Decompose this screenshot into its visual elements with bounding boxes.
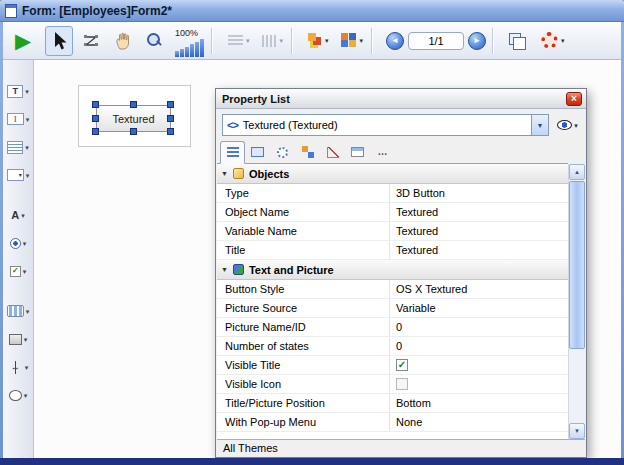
property-name: Object Name [217,203,389,221]
prev-page-button[interactable]: ◄ [386,32,404,50]
property-row[interactable]: Number of states0 [217,337,568,356]
chevron-down-icon[interactable]: ▾ [25,88,29,95]
page-indicator[interactable]: 1/1 [408,32,464,50]
run-form-button[interactable]: ▶ [9,26,37,56]
collapse-triangle-icon[interactable]: ▼ [221,266,228,273]
property-value[interactable]: 0 [389,337,568,355]
property-tab-more[interactable]: … [370,141,395,163]
tool-label[interactable]: A▾ [11,206,24,224]
visibility-menu-button[interactable]: ▾ [553,115,582,135]
scroll-down-button[interactable]: ▼ [569,423,585,439]
chevron-down-icon[interactable]: ▾ [25,364,29,371]
align-menu-button[interactable]: ▾ [226,27,252,55]
tool-input[interactable]: I▾ [7,110,30,128]
zigzag-tool-button[interactable] [77,26,105,56]
object-selector-combo[interactable]: <> Textured (Textured) ▼ [222,114,549,136]
chevron-down-icon[interactable]: ▾ [26,308,30,315]
property-list-titlebar[interactable]: Property List × [216,89,586,109]
property-tab-monitor[interactable] [345,141,370,163]
tool-radio-button[interactable]: ▾ [10,234,27,252]
property-row[interactable]: Button StyleOS X Textured [217,280,568,299]
section-header-text-picture[interactable]: ▼Text and Picture [217,260,568,280]
property-tab-chart[interactable] [320,141,345,163]
property-row[interactable]: Visible Icon [217,375,568,394]
tool-combo-box[interactable]: ▾▾ [7,166,30,184]
chevron-down-icon[interactable]: ▾ [26,116,30,123]
property-tab-nodes[interactable] [295,141,320,163]
property-value[interactable]: Bottom [389,394,568,412]
property-row[interactable]: Variable NameTextured [217,222,568,241]
property-row[interactable]: Object NameTextured [217,203,568,222]
selection-handle[interactable] [130,128,137,135]
property-list-title: Property List [222,93,566,105]
property-value[interactable]: Textured [389,222,568,240]
property-tab-list[interactable] [220,141,245,164]
chevron-down-icon[interactable]: ▾ [26,172,30,179]
property-row[interactable]: Type3D Button [217,184,568,203]
property-scrollbar[interactable]: ▲ ▼ [568,164,585,439]
checkbox-unchecked-icon[interactable] [396,378,408,390]
settings-menu-button[interactable]: ▾ [539,27,567,55]
chevron-down-icon[interactable]: ▾ [25,144,29,151]
property-value[interactable]: 3D Button [389,184,568,202]
property-row[interactable]: TitleTextured [217,241,568,260]
tool-splitter[interactable]: ↔▾ [8,358,29,376]
property-value[interactable]: Variable [389,299,568,317]
zoom-tool-button[interactable] [141,26,169,56]
pointer-tool-button[interactable] [45,26,73,56]
property-value[interactable]: Textured [389,203,568,221]
selection-handle[interactable] [92,115,99,122]
collapse-triangle-icon[interactable]: ▼ [221,170,228,177]
chevron-down-icon[interactable]: ▾ [23,240,27,247]
property-tab-gear[interactable] [270,141,295,163]
style-menu-button[interactable]: ▾ [339,27,366,55]
property-value[interactable]: OS X Textured [389,280,568,298]
windows-list-button[interactable] [503,26,531,56]
property-value[interactable]: Textured [389,241,568,259]
selection-handle[interactable] [130,101,137,108]
selection-handle[interactable] [167,128,174,135]
chevron-down-icon[interactable]: ▾ [24,392,28,399]
property-value[interactable]: None [389,413,568,431]
close-icon[interactable]: × [566,92,582,106]
tool-oval[interactable]: ▾ [9,386,28,404]
scrollbar-thumb[interactable] [569,181,585,349]
chevron-down-icon[interactable]: ▾ [23,268,27,275]
titlebar[interactable]: Form: [Employees]Form2* [0,0,624,22]
checkbox-checked-icon[interactable]: ✓ [396,359,408,371]
text-tool-icon: T [7,85,23,98]
property-value[interactable]: 0 [389,318,568,336]
zoom-control[interactable]: 100% [175,25,205,57]
selection-handle[interactable] [92,128,99,135]
property-row[interactable]: Picture Name/ID0 [217,318,568,337]
next-page-button[interactable]: ► [468,32,486,50]
selection-handle[interactable] [167,115,174,122]
section-header-objects[interactable]: ▼Objects [217,164,568,184]
chevron-down-icon[interactable]: ▾ [21,212,25,219]
property-row[interactable]: Title/Picture PositionBottom [217,394,568,413]
tool-rectangle[interactable]: ▾ [9,330,28,348]
scroll-up-button[interactable]: ▲ [569,164,585,180]
tool-list-box[interactable]: ▾ [7,138,29,156]
selection-handle[interactable] [92,101,99,108]
chevron-down-icon[interactable]: ▾ [24,336,28,343]
tool-button-grid[interactable]: ▾ [7,302,30,320]
property-tab-screen[interactable] [245,141,270,163]
distribute-menu-button[interactable]: ▾ [260,27,286,55]
chart-tab-icon [327,147,339,158]
selection-handle[interactable] [167,101,174,108]
property-row[interactable]: Visible Title✓ [217,356,568,375]
hand-tool-button[interactable] [109,26,137,56]
color-menu-button[interactable]: ▾ [306,27,331,55]
property-row[interactable]: With Pop-up MenuNone [217,413,568,432]
combo-dropdown-button[interactable]: ▼ [531,115,548,135]
zoom-bars-icon[interactable] [175,39,205,57]
arrow-up-icon: ▲ [574,169,580,175]
property-name: With Pop-up Menu [217,413,389,431]
tool-text[interactable]: T▾ [7,82,29,100]
themes-footer[interactable]: All Themes [217,439,585,456]
property-value[interactable]: ✓ [389,356,568,374]
property-row[interactable]: Picture SourceVariable [217,299,568,318]
tool-checkbox[interactable]: ✓▾ [10,262,27,280]
property-value[interactable] [389,375,568,393]
